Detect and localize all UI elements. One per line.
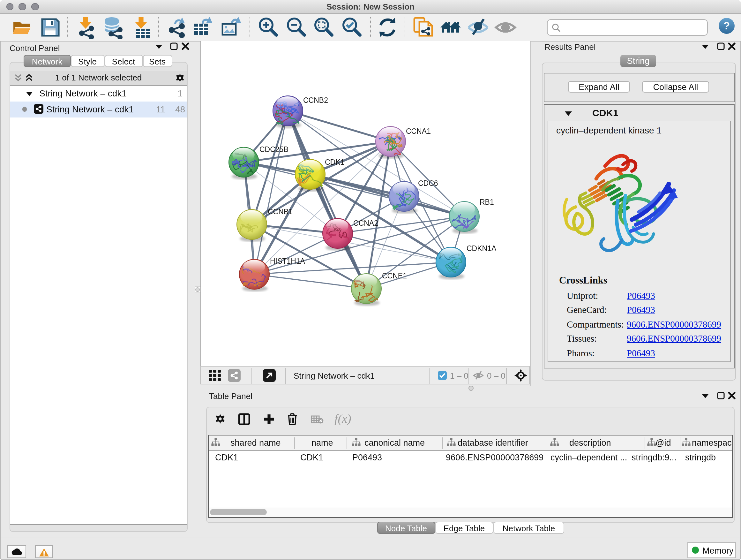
svg-text:CDK1: CDK1 — [325, 158, 344, 166]
svg-text:CCNB1: CCNB1 — [268, 207, 293, 215]
svg-text:HIST1H1A: HIST1H1A — [270, 257, 306, 265]
svg-text:CCNA2: CCNA2 — [353, 219, 378, 227]
svg-text:CDKN1A: CDKN1A — [467, 244, 496, 252]
svg-text:CDC25B: CDC25B — [259, 145, 288, 153]
svg-text:CCNE1: CCNE1 — [382, 271, 407, 280]
svg-text:CCNA1: CCNA1 — [406, 127, 431, 135]
svg-text:CDC6: CDC6 — [418, 179, 438, 187]
svg-text:CCNB2: CCNB2 — [303, 96, 328, 104]
svg-text:RB1: RB1 — [480, 198, 494, 206]
